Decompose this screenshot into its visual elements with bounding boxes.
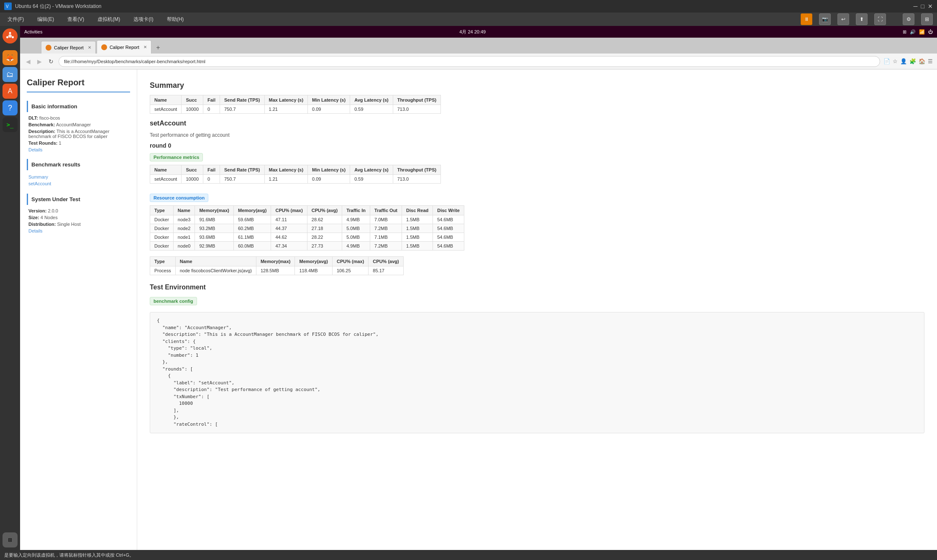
browser-nav-right: 📄 ☆ 👤 🧩 🏠 ☰ (883, 58, 933, 64)
perf-col-name: Name (150, 165, 182, 175)
perf-row0-succ: 10000 (182, 175, 203, 184)
browser-content-area[interactable]: Caliper Report Basic information DLT: fi… (20, 69, 937, 550)
extensions-icon[interactable]: 🧩 (909, 58, 916, 64)
fullscreen-btn[interactable]: ⛶ (874, 13, 886, 25)
activities-label[interactable]: Activities (24, 29, 42, 34)
tab1-close[interactable]: ✕ (88, 45, 91, 50)
res2-col-memmax: Memory(max) (256, 257, 295, 266)
close-btn[interactable]: ✕ (928, 3, 933, 10)
res1-col-type: Type (150, 206, 174, 215)
firefox-icon[interactable]: 🦊 (3, 50, 18, 65)
tab1-favicon (46, 45, 51, 51)
desc-label: Description: (28, 129, 55, 134)
menu-help[interactable]: 帮助(H) (164, 14, 187, 25)
perf-col-minlat: Min Latency (s) (308, 165, 350, 175)
terminal-icon[interactable]: >_ (3, 117, 18, 132)
menu-edit[interactable]: 编辑(E) (34, 14, 57, 25)
restore-btn[interactable]: □ (921, 3, 924, 10)
vmware-titlebar: V Ubuntu 64 位(2) - VMware Workstation ─ … (0, 0, 937, 13)
view-btn[interactable]: ⊞ (921, 13, 933, 25)
apps-grid-icon[interactable]: ⊞ (3, 532, 18, 547)
vmware-title: Ubuntu 64 位(2) - VMware Workstation (15, 3, 102, 10)
pause-btn[interactable]: ⏸ (801, 13, 812, 25)
reload-btn[interactable]: ↻ (47, 56, 55, 66)
settings-btn[interactable]: ⚙ (903, 13, 914, 25)
network-icon: 📶 (919, 29, 925, 35)
svg-point-3 (8, 34, 12, 38)
res1-col-name: Name (173, 206, 195, 215)
basic-info-title: Basic information (27, 101, 130, 112)
browser-tab-2[interactable]: Caliper Report ✕ (97, 40, 151, 54)
home-icon[interactable]: 🏠 (919, 58, 925, 64)
col-avg-lat: Avg Latency (s) (350, 95, 393, 105)
res1-col-trafficin: Traffic In (342, 206, 370, 215)
address-bar[interactable]: file:///home/myy/Desktop/benchmarks/cali… (59, 56, 880, 67)
browser-area: Caliper Report ✕ Caliper Report ✕ + ◀ (20, 38, 937, 550)
perf-col-fail: Fail (203, 165, 220, 175)
forward-btn[interactable]: ▶ (36, 56, 44, 66)
report-main: Summary Name Succ Fail Send Rate (TPS) M… (137, 69, 937, 550)
new-tab-btn[interactable]: + (152, 42, 164, 54)
summary-table-row-0: setAccount 10000 0 750.7 1.21 0.09 0.59 … (150, 105, 441, 114)
files-icon[interactable]: 🗂 (3, 67, 18, 82)
perf-table-header: Name Succ Fail Send Rate (TPS) Max Laten… (150, 165, 441, 175)
perf-table: Name Succ Fail Send Rate (TPS) Max Laten… (150, 165, 441, 184)
menu-vm[interactable]: 虚拟机(M) (94, 14, 123, 25)
svg-text:V: V (6, 4, 9, 9)
benchmark-results-section: Benchmark results Summary setAccount (27, 159, 130, 187)
browser-tab-1[interactable]: Caliper Report ✕ (41, 41, 96, 54)
perf-row0-send: 750.7 (220, 175, 264, 184)
summary-link[interactable]: Summary (27, 174, 130, 180)
help-icon[interactable]: ? (3, 100, 18, 115)
tab2-favicon (101, 44, 107, 50)
menu-icon[interactable]: ☰ (928, 58, 933, 64)
grid-icon: ⊞ (903, 29, 906, 35)
minimize-btn[interactable]: ─ (914, 3, 918, 10)
reader-icon[interactable]: 📄 (883, 58, 890, 64)
summary-row0-fail: 0 (203, 105, 220, 114)
benchmark-value: AccountManager (56, 122, 91, 127)
size-label: Size: (28, 215, 39, 220)
round0-title: round 0 (150, 142, 924, 149)
setaccount-link[interactable]: setAccount (27, 180, 130, 187)
resource-table1-row: Dockernode391.6MB59.6MB47.1128.624.9MB7.… (150, 215, 464, 224)
ubuntu-icon[interactable] (3, 28, 18, 43)
ubuntu-main-area: Activities 4月 24 20:49 ⊞ 🔊 📶 ⏻ (20, 26, 937, 550)
revert-btn[interactable]: ↩ (837, 13, 849, 25)
software-icon[interactable]: A (3, 84, 18, 99)
back-btn[interactable]: ◀ (24, 56, 32, 66)
system-under-test-section: System Under Test Version: 2.0.0 Size: 4… (27, 194, 130, 233)
vmware-app-icon: V (4, 3, 12, 10)
perf-row0-avglat: 0.59 (350, 175, 393, 184)
user-icon[interactable]: 👤 (900, 58, 907, 64)
res1-col-cpuavg: CPU% (avg) (307, 206, 342, 215)
perf-row0-tput: 713.0 (393, 175, 440, 184)
sut-details-link[interactable]: Details (27, 228, 130, 233)
bookmark-icon[interactable]: ☆ (893, 58, 898, 64)
menu-view[interactable]: 查看(V) (64, 14, 87, 25)
resource-table1-row: Dockernode193.6MB61.1MB44.6228.225.0MB7.… (150, 233, 464, 242)
power-icon: ⏻ (928, 29, 933, 34)
menu-file[interactable]: 文件(F) (4, 14, 27, 25)
performance-metrics-badge: Performance metrics (150, 153, 203, 161)
address-text: file:///home/myy/Desktop/benchmarks/cali… (64, 59, 205, 64)
basic-info-details-link[interactable]: Details (27, 147, 130, 152)
summary-row0-avglat: 0.59 (350, 105, 393, 114)
resource-table-1: Type Name Memory(max) Memory(avg) CPU% (… (150, 205, 464, 251)
menu-tabs[interactable]: 选项卡(I) (130, 14, 156, 25)
setaccount-title: setAccount (150, 120, 924, 127)
summary-row0-succ: 10000 (182, 105, 203, 114)
summary-row0-maxlat: 1.21 (264, 105, 308, 114)
svg-point-4 (9, 32, 11, 34)
perf-col-avglat: Avg Latency (s) (350, 165, 393, 175)
perf-col-succ: Succ (182, 165, 203, 175)
vmware-menubar: 文件(F) 编辑(E) 查看(V) 虚拟机(M) 选项卡(I) 帮助(H) ⏸ … (0, 13, 937, 26)
share-btn[interactable]: ⬆ (856, 13, 868, 25)
snapshot-btn[interactable]: 📷 (819, 13, 831, 25)
version-label: Version: (28, 208, 46, 213)
perf-table-row-0: setAccount 10000 0 750.7 1.21 0.09 0.59 … (150, 175, 441, 184)
tab2-close[interactable]: ✕ (143, 45, 147, 49)
res2-col-cpumax: CPU% (max) (332, 257, 368, 266)
perf-row0-name: setAccount (150, 175, 182, 184)
resource-table-2: Type Name Memory(max) Memory(avg) CPU% (… (150, 256, 404, 275)
